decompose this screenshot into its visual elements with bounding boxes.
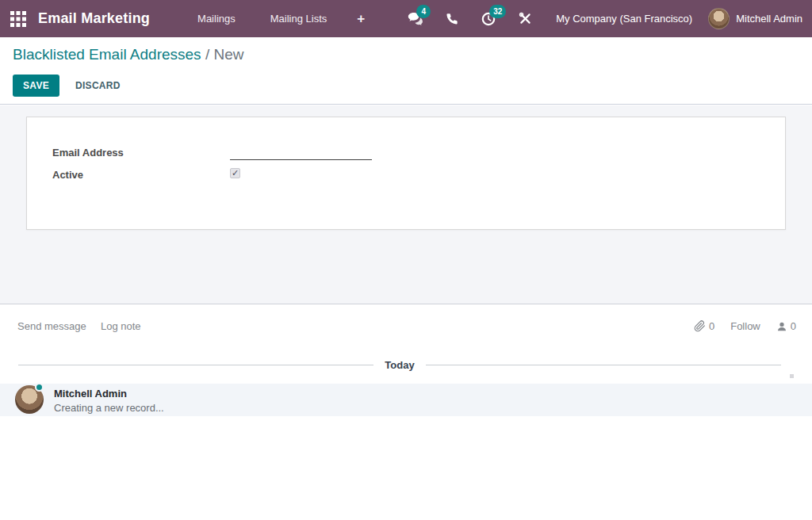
- company-switcher[interactable]: My Company (San Francisco): [543, 13, 708, 25]
- tools-icon: [519, 12, 532, 25]
- apps-grid-icon[interactable]: [5, 0, 32, 37]
- log-note-button[interactable]: Log note: [101, 320, 141, 332]
- followers-count: 0: [791, 320, 796, 332]
- chatter-right-controls: 0 Follow 0: [694, 320, 796, 332]
- follower-person-icon: [776, 321, 787, 332]
- messages-tray-button[interactable]: 4: [397, 0, 434, 37]
- message-body: Creating a new record...: [54, 402, 164, 414]
- active-checkbox[interactable]: ✓: [230, 168, 240, 178]
- divider-line-right: [426, 365, 781, 365]
- app-title[interactable]: Email Marketing: [38, 10, 150, 27]
- messages-count-badge: 4: [416, 5, 431, 18]
- active-label: Active: [52, 169, 83, 181]
- tools-tray-button[interactable]: [507, 0, 543, 37]
- breadcrumb-parent-link[interactable]: Blacklisted Email Addresses: [13, 46, 201, 63]
- control-panel: Blacklisted Email Addresses / New SAVE D…: [0, 37, 812, 105]
- chatter: Send message Log note 0 Follow 0 Today: [0, 304, 812, 520]
- top-menu: Mailings Mailing Lists +: [183, 6, 374, 32]
- scrollbar-dot: [790, 374, 794, 378]
- paperclip-icon: [694, 320, 706, 332]
- menu-mailings[interactable]: Mailings: [183, 6, 250, 31]
- breadcrumb-separator: /: [205, 46, 209, 63]
- followers-button[interactable]: 0: [776, 320, 796, 332]
- attachments-count: 0: [709, 320, 714, 332]
- save-button[interactable]: SAVE: [13, 75, 59, 97]
- add-menu-button[interactable]: +: [347, 6, 374, 32]
- form-view-background: Email Address Active ✓: [0, 105, 812, 304]
- activities-tray-button[interactable]: 32: [470, 0, 507, 37]
- date-divider-label: Today: [385, 359, 414, 371]
- user-menu[interactable]: Mitchell Admin: [708, 8, 804, 29]
- chatter-toolbar: Send message Log note 0 Follow 0: [0, 320, 812, 335]
- date-divider: Today: [18, 359, 781, 371]
- breadcrumb-current: New: [213, 46, 243, 63]
- message-author-name: Mitchell Admin: [54, 388, 127, 400]
- follow-button[interactable]: Follow: [730, 320, 760, 332]
- action-buttons: SAVE DISCARD: [13, 75, 124, 97]
- email-address-label: Email Address: [52, 147, 124, 159]
- top-navbar: Email Marketing Mailings Mailing Lists +…: [0, 0, 812, 37]
- message-author-avatar: [15, 385, 44, 414]
- grid-icon: [10, 11, 26, 27]
- send-message-button[interactable]: Send message: [17, 320, 86, 332]
- divider-line-left: [18, 365, 373, 365]
- email-address-input[interactable]: [230, 140, 372, 160]
- discard-button[interactable]: DISCARD: [72, 75, 124, 97]
- user-avatar: [708, 8, 730, 29]
- breadcrumb: Blacklisted Email Addresses / New: [13, 46, 243, 63]
- activities-count-badge: 32: [489, 5, 506, 18]
- form-sheet: Email Address Active ✓: [26, 117, 786, 230]
- attachments-button[interactable]: 0: [694, 320, 714, 332]
- systray: 4 32 My Company (San Francisco): [397, 0, 812, 37]
- phone-icon: [446, 13, 458, 25]
- menu-mailing-lists[interactable]: Mailing Lists: [256, 6, 342, 31]
- online-status-dot: [35, 383, 44, 392]
- phone-tray-button[interactable]: [434, 0, 470, 37]
- user-name: Mitchell Admin: [736, 13, 802, 25]
- message-row[interactable]: Mitchell Admin Creating a new record...: [0, 384, 812, 416]
